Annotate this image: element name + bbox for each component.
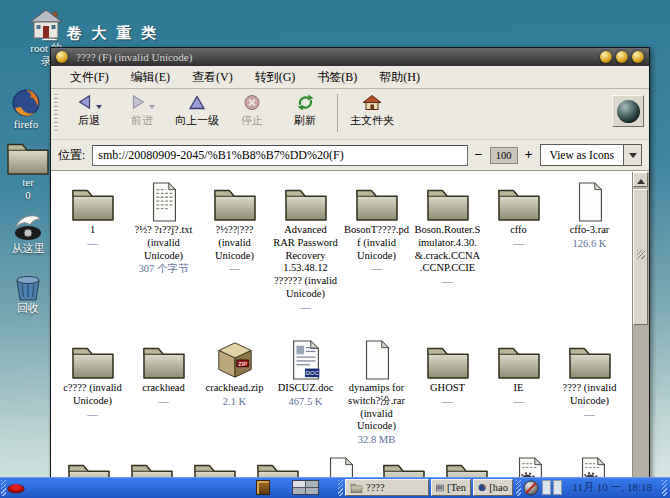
- file-item[interactable]: c???? (invalid Unicode) —: [57, 340, 128, 447]
- refresh-button[interactable]: 刷新: [280, 92, 330, 128]
- file-item[interactable]: IE —: [483, 340, 554, 447]
- panel-handle[interactable]: [1, 480, 6, 496]
- chevron-down-icon: [629, 153, 637, 162]
- toolbar-drag-handle[interactable]: [54, 94, 58, 132]
- file-item[interactable]: crackhead —: [128, 340, 199, 447]
- notification-area-handle[interactable]: [516, 480, 521, 496]
- file-item[interactable]: DISCUZ.doc 467.5 K: [270, 340, 341, 447]
- menu-item[interactable]: 查看(V): [181, 67, 244, 88]
- panel-applets[interactable]: [542, 479, 562, 496]
- file-item[interactable]: ?½? ?ı??ĵ?.txt (invalid Unicode) 307 个字节: [128, 182, 199, 315]
- file-name: cffo-3.rar: [570, 224, 610, 237]
- home-icon: [362, 94, 382, 111]
- desktop: 盘 卷 大 重 类 root 的 录 firefo ter 0: [0, 0, 670, 498]
- forward-button[interactable]: 前进: [117, 92, 167, 128]
- zoom-out-button[interactable]: −: [475, 148, 483, 162]
- panel-end-handle[interactable]: [662, 480, 667, 496]
- throbber-sphere-icon: [617, 100, 640, 123]
- home-house-icon: [29, 8, 63, 42]
- file-size: —: [229, 263, 240, 276]
- file-icon: [354, 340, 400, 380]
- file-size: —: [300, 302, 311, 315]
- toolbar: 后退 前进 向上一级 停止: [51, 89, 649, 140]
- applet-slot[interactable]: [542, 480, 551, 495]
- menu-item[interactable]: 转到(G): [244, 67, 307, 88]
- window-list-handle[interactable]: [338, 480, 343, 496]
- file-icon: [283, 340, 329, 380]
- status-applet[interactable]: [523, 479, 539, 496]
- desktop-icon-trash[interactable]: 回收: [6, 272, 50, 315]
- file-item[interactable]: ???? (invalid Unicode) —: [554, 340, 625, 447]
- menu-item[interactable]: 帮助(H): [368, 67, 431, 88]
- task-button-label: ????: [366, 482, 385, 493]
- up-button[interactable]: 向上一级: [170, 92, 224, 128]
- close-button[interactable]: [632, 51, 644, 63]
- task-button-terminal[interactable]: [Ten: [431, 479, 471, 496]
- file-name: BosonT????.pdf (invalid Unicode): [344, 224, 410, 262]
- file-item[interactable]: cffo-3.rar 126.6 K: [554, 182, 625, 315]
- file-item[interactable]: 1 —: [57, 182, 128, 315]
- menu-item[interactable]: 编辑(E): [120, 67, 181, 88]
- file-name: IE: [514, 382, 524, 395]
- applet-slot[interactable]: [553, 480, 562, 495]
- file-manager-window: ???? (F) (invalid Unicode) 文件(F)编辑(E)查看(…: [50, 47, 650, 494]
- menu-item[interactable]: 文件(F): [59, 67, 120, 88]
- dropdown-arrow[interactable]: [623, 145, 641, 165]
- home-button[interactable]: 主文件夹: [345, 92, 399, 128]
- window-menu-button[interactable]: [56, 51, 68, 63]
- view-mode-dropdown[interactable]: View as Icons: [540, 144, 642, 166]
- file-icon: [496, 340, 542, 380]
- zoom-in-button[interactable]: +: [525, 148, 533, 162]
- scrollbar-thumb[interactable]: [633, 189, 648, 325]
- file-item[interactable]: Boson.Router.Simulator.4.30.&.crack.CCNA…: [412, 182, 483, 315]
- file-size: 32.8 MB: [358, 434, 395, 447]
- trash-icon: [12, 272, 44, 302]
- file-item[interactable]: BosonT????.pdf (invalid Unicode) —: [341, 182, 412, 315]
- file-size: —: [442, 396, 453, 409]
- file-item[interactable]: ?½??|??? (invalid Unicode) —: [199, 182, 270, 315]
- folder-icon: [350, 482, 363, 493]
- location-bar: 位置: − 100 + View as Icons: [51, 140, 649, 171]
- file-size: —: [87, 238, 98, 251]
- file-item[interactable]: Advanced RAR Password Recovery 1.53.48.1…: [270, 182, 341, 315]
- desktop-icon-firefox[interactable]: firefo: [2, 88, 50, 131]
- task-button-folder[interactable]: ????: [345, 479, 429, 496]
- location-input[interactable]: [92, 145, 467, 166]
- file-item[interactable]: crackhead.zip 2.1 K: [199, 340, 270, 447]
- menu-item[interactable]: 书签(B): [306, 67, 368, 88]
- window-titlebar[interactable]: ???? (F) (invalid Unicode): [51, 48, 649, 66]
- file-name: ???? (invalid Unicode): [557, 382, 623, 408]
- scroll-up-button[interactable]: [633, 172, 648, 187]
- minimize-button[interactable]: [600, 51, 612, 63]
- back-arrow-icon: [76, 94, 94, 110]
- stop-button[interactable]: 停止: [227, 92, 277, 128]
- file-icon: [141, 340, 187, 380]
- file-icon: [70, 182, 116, 222]
- desktop-icon-label: ter: [22, 176, 34, 189]
- blocked-status-icon: [523, 480, 539, 496]
- file-size: —: [87, 409, 98, 422]
- file-size: —: [442, 276, 453, 289]
- file-name: crackhead.zip: [205, 382, 263, 395]
- file-icon: [212, 340, 258, 380]
- file-item[interactable]: GHOST —: [412, 340, 483, 447]
- file-row-2: c???? (invalid Unicode) — crackhead — cr…: [57, 340, 625, 447]
- file-item[interactable]: cffo —: [483, 182, 554, 315]
- task-button-browser[interactable]: [hao: [473, 479, 513, 496]
- desktop-icon-ter-folder[interactable]: ter 0: [6, 136, 50, 201]
- vertical-scrollbar[interactable]: [632, 172, 649, 493]
- task-button-label: [Ten: [447, 482, 466, 493]
- location-label: 位置:: [58, 147, 85, 164]
- desktop-icon-start-here[interactable]: 从这里: [2, 206, 54, 255]
- maximize-button[interactable]: [616, 51, 628, 63]
- view-mode-value: View as Icons: [541, 145, 623, 165]
- clock-applet[interactable]: 11月 10 一, 18:18: [572, 479, 652, 496]
- stop-icon: [243, 94, 261, 111]
- workspace-switcher[interactable]: [292, 479, 319, 496]
- file-item[interactable]: dynamips for switch?汾.rar (invalid Unico…: [341, 340, 412, 447]
- main-menu-button[interactable]: [7, 479, 25, 496]
- package-icon: [256, 480, 270, 495]
- file-icon: [425, 340, 471, 380]
- back-button[interactable]: 后退: [64, 92, 114, 128]
- launcher-applet[interactable]: [256, 479, 270, 496]
